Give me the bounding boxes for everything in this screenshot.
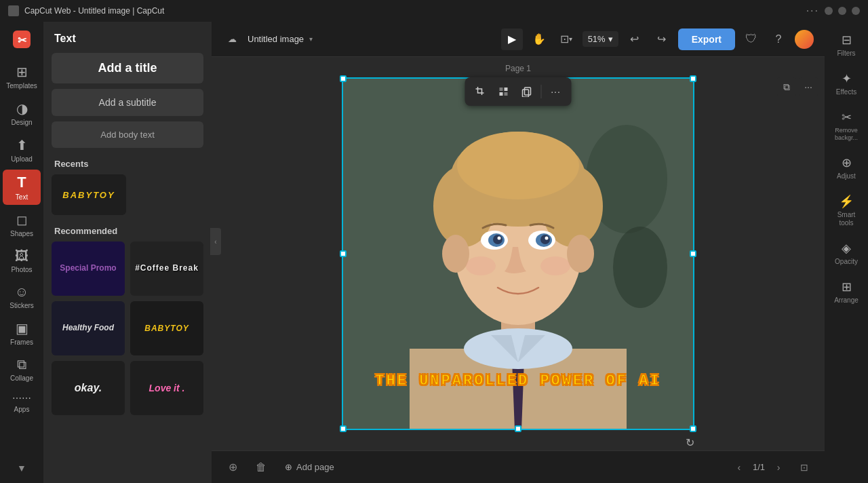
text-add-buttons: Add a title Add a subtitle Add body text — [43, 53, 212, 148]
maximize-button[interactable] — [838, 7, 846, 15]
canvas-viewport[interactable]: Page 1 — [212, 57, 825, 450]
sidebar-item-design[interactable]: ◑ Design — [3, 96, 41, 130]
help-button[interactable]: ? — [768, 28, 789, 50]
canvas-area: ☁ Untitled image ▾ ▶ ✋ ⊡ ▾ 51% ▾ ↩ — [212, 22, 825, 483]
copy-style-button[interactable] — [517, 81, 537, 102]
rec-item-healthy-food[interactable]: Healthy Food — [52, 301, 125, 355]
expand-icon: ⊡ — [800, 462, 808, 473]
svg-text:✂: ✂ — [18, 35, 27, 46]
rec-item-loveit[interactable]: Love it . — [130, 361, 203, 415]
hand-icon: ✋ — [532, 33, 546, 45]
undo-button[interactable]: ↩ — [624, 28, 646, 50]
canvas-copy-button[interactable]: ⧉ — [777, 77, 796, 96]
recent-item-babytoy[interactable]: BABYTOY — [52, 174, 126, 215]
svg-point-24 — [567, 235, 594, 273]
more-options-button[interactable]: ··· — [546, 81, 566, 102]
prev-page-button[interactable]: ‹ — [731, 459, 747, 476]
arrange-icon: ⊞ — [842, 279, 852, 294]
smart-tools-icon: ⚡ — [839, 194, 854, 209]
svg-rect-5 — [505, 92, 508, 96]
right-sidebar-item-filters[interactable]: ⊟ Filters — [827, 27, 865, 63]
right-sidebar-item-adjust[interactable]: ⊕ Adjust — [827, 150, 865, 186]
right-sidebar-item-remove-bg[interactable]: ✂ Remove backgr... — [827, 104, 865, 147]
crop-button[interactable] — [471, 81, 491, 102]
rec-item-babytoy2[interactable]: BABYTOY — [130, 301, 203, 355]
svg-point-15 — [464, 328, 572, 369]
svg-rect-6 — [525, 88, 531, 95]
sidebar-item-photos[interactable]: 🖼 Photos — [3, 244, 41, 277]
text-icon: T — [17, 174, 26, 191]
sidebar-item-frames[interactable]: ▣ Frames — [3, 316, 41, 350]
hand-tool-button[interactable]: ✋ — [528, 28, 550, 50]
remove-bg-icon: ✂ — [842, 110, 852, 125]
delete-page-button[interactable]: 🗑 — [251, 457, 271, 478]
rec-item-okay[interactable]: okay. — [52, 361, 125, 415]
shield-button[interactable]: 🛡 — [741, 28, 762, 50]
svg-point-22 — [457, 132, 579, 199]
sidebar-item-templates[interactable]: ⊞ Templates — [3, 60, 41, 94]
shield-icon: 🛡 — [745, 32, 757, 46]
redo-button[interactable]: ↪ — [651, 28, 673, 50]
canvas-more-button[interactable]: ··· — [799, 77, 818, 96]
chevron-down-icon: ▼ — [17, 463, 26, 474]
svg-rect-3 — [505, 88, 508, 91]
remove-bg-ctx-button[interactable] — [494, 81, 514, 102]
left-sidebar: ✂ ⊞ Templates ◑ Design ⬆ Upload T Text ◻… — [0, 22, 43, 483]
play-button[interactable]: ▶ — [501, 28, 523, 50]
panel-collapse-handle[interactable]: ‹ — [210, 228, 221, 255]
filters-icon: ⊟ — [842, 33, 852, 47]
rotate-handle[interactable]: ↻ — [683, 436, 696, 449]
svg-point-10 — [613, 227, 667, 308]
expand-button[interactable]: ⊡ — [795, 458, 814, 477]
minimize-button[interactable] — [825, 7, 833, 15]
add-page-icon-button[interactable]: ⊕ — [222, 457, 243, 478]
sidebar-item-apps[interactable]: ⋯⋯ Apps — [3, 389, 41, 417]
right-sidebar-item-arrange[interactable]: ⊞ Arrange — [827, 274, 865, 310]
add-subtitle-button[interactable]: Add a subtitle — [52, 89, 203, 116]
text-panel: Text Add a title Add a subtitle Add body… — [43, 22, 212, 483]
sidebar-item-stickers[interactable]: ☺ Stickers — [3, 280, 41, 313]
right-sidebar-item-effects[interactable]: ✦ Effects — [827, 66, 865, 102]
ctx-divider — [541, 85, 542, 98]
user-avatar[interactable] — [795, 30, 814, 49]
canvas-size-button[interactable]: ⊡ ▾ — [555, 28, 577, 50]
rec-okay-text: okay. — [75, 382, 102, 394]
sidebar-item-upload[interactable]: ⬆ Upload — [3, 133, 41, 167]
photos-icon: 🖼 — [15, 248, 28, 264]
project-name[interactable]: Untitled image — [248, 34, 304, 44]
rec-special-promo-text: Special Promo — [60, 263, 116, 274]
save-to-cloud-button[interactable]: ☁ — [222, 31, 242, 47]
svg-rect-7 — [523, 90, 529, 97]
rec-babytoy-text: BABYTOY — [144, 324, 189, 333]
help-icon: ? — [776, 33, 782, 45]
sidebar-item-shapes[interactable]: ◻ Shapes — [3, 208, 41, 242]
export-button[interactable]: Export — [678, 28, 735, 50]
next-page-button[interactable]: › — [770, 459, 787, 476]
recents-grid: BABYTOY — [43, 174, 212, 215]
recommended-grid: Special Promo #Coffee Break Healthy Food… — [43, 242, 212, 415]
app-logo[interactable]: ✂ — [9, 27, 34, 52]
canvas-container[interactable]: The unparolled power of AI ↻ — [342, 77, 694, 430]
add-body-button[interactable]: Add body text — [52, 121, 203, 148]
upload-icon: ⬆ — [16, 137, 28, 153]
zoom-selector[interactable]: 51% ▾ — [583, 31, 618, 47]
add-title-button[interactable]: Add a title — [52, 53, 203, 83]
add-page-icon: ⊕ — [285, 462, 292, 472]
right-sidebar-item-smart-tools[interactable]: ⚡ Smart tools — [827, 189, 865, 233]
zoom-level: 51% — [588, 34, 606, 44]
trash-icon: 🗑 — [256, 461, 267, 474]
sidebar-item-collage[interactable]: ⧉ Collage — [3, 353, 41, 386]
sidebar-collapse-btn[interactable]: ▼ — [3, 459, 41, 478]
window-menu-dots[interactable]: ··· — [806, 5, 819, 17]
recommended-label: Recommended — [43, 215, 212, 242]
sidebar-item-text[interactable]: T Text — [3, 170, 41, 205]
rec-item-coffee-break[interactable]: #Coffee Break — [130, 242, 203, 296]
more-icon: ··· — [551, 86, 561, 97]
page-label: Page 1 — [505, 64, 531, 73]
right-sidebar: ⊟ Filters ✦ Effects ✂ Remove backgr... ⊕… — [825, 22, 868, 483]
add-page-button[interactable]: ⊕ Page 1 Add page — [279, 459, 340, 475]
canvas-size-icon: ⊡ — [560, 33, 569, 45]
close-button[interactable] — [852, 7, 860, 15]
right-sidebar-item-opacity[interactable]: ◈ Opacity — [827, 235, 865, 271]
rec-item-special-promo[interactable]: Special Promo — [52, 242, 125, 296]
